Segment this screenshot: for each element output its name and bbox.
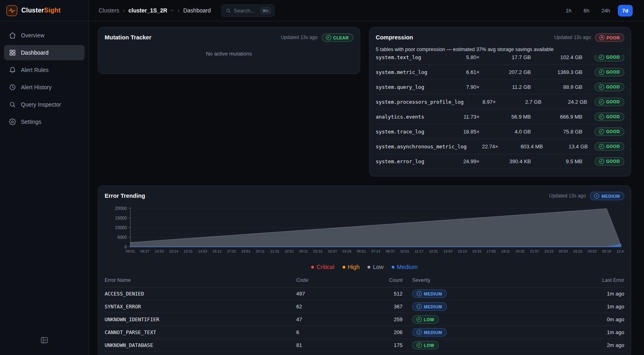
sidebar-item-settings[interactable]: Settings bbox=[4, 114, 85, 129]
error-trend-chart: 0500010000150002000008:0109:2710:5312:14… bbox=[105, 205, 624, 259]
mutation-badge-slot: ✓CLEAR bbox=[322, 33, 353, 42]
uncompressed-size-cell: 666.9 MB bbox=[531, 114, 582, 120]
table-row: analytics.events11.73×56.9 MB666.9 MB✓GO… bbox=[376, 109, 625, 124]
check-circle-icon: ✓ bbox=[599, 159, 604, 164]
table-row: SYNTAX_ERROR62367iMEDIUM1m ago bbox=[105, 300, 624, 313]
table-row: system.trace_log18.85×4.0 GB75.8 GB✓GOOD bbox=[376, 124, 625, 139]
uncompressed-size-cell: 75.8 GB bbox=[531, 129, 582, 135]
breadcrumb-separator: › bbox=[123, 7, 125, 14]
severity-cell: iMEDIUM bbox=[402, 289, 501, 298]
error-trending-card: Error Trending Updated 13s ago iMEDIUM 0… bbox=[98, 185, 631, 355]
legend-dot-icon bbox=[311, 266, 314, 269]
svg-text:18:51: 18:51 bbox=[242, 249, 251, 253]
svg-text:16:13: 16:13 bbox=[213, 249, 222, 253]
grid-icon bbox=[9, 49, 16, 56]
sidebar: ClusterSight OverviewDashboardAlert Rule… bbox=[0, 0, 89, 355]
uncompressed-size-cell: 88.9 GB bbox=[531, 84, 582, 90]
breadcrumb-clusters[interactable]: Clusters bbox=[99, 7, 119, 14]
error-count-cell: 206 bbox=[377, 329, 402, 335]
status-badge-good: ✓GOOD bbox=[594, 157, 624, 166]
error-table-body: ACCESS_DENIED497512iMEDIUM1m agoSYNTAX_E… bbox=[105, 287, 624, 352]
svg-text:08:01: 08:01 bbox=[126, 249, 135, 253]
status-badge-medium: iMEDIUM bbox=[590, 192, 624, 200]
breadcrumb-separator: › bbox=[178, 7, 180, 14]
column-header: Error Name bbox=[105, 277, 296, 283]
legend-dot-icon bbox=[367, 266, 370, 269]
check-circle-icon: ✓ bbox=[599, 129, 604, 134]
clock-icon bbox=[9, 84, 16, 91]
trend-badge-slot: iMEDIUM bbox=[590, 191, 624, 200]
ratio-cell: 8.97× bbox=[464, 99, 496, 105]
compression-table-viewport[interactable]: system.text_log5.80×17.7 GB102.4 GB✓GOOD… bbox=[376, 55, 625, 170]
table-row: UNKNOWN_DATABASE81175✓LOW2m ago bbox=[105, 339, 624, 352]
table-row: CANNOT_PARSE_TEXT6206iMEDIUM1m ago bbox=[105, 326, 624, 339]
time-range-7d-button[interactable]: 7d bbox=[618, 5, 633, 16]
check-circle-icon: ✓ bbox=[417, 317, 422, 322]
svg-text:11:44: 11:44 bbox=[617, 249, 624, 253]
svg-text:12:31: 12:31 bbox=[429, 249, 438, 253]
severity-cell: iMEDIUM bbox=[402, 328, 501, 337]
legend-item-low: Low bbox=[367, 264, 384, 270]
time-range-6h-button[interactable]: 6h bbox=[579, 5, 594, 16]
compressed-size-cell: 390.4 KB bbox=[479, 158, 531, 164]
column-header: Count bbox=[377, 277, 402, 283]
status-badge-medium: iMEDIUM bbox=[412, 302, 447, 311]
status-badge-good: ✓GOOD bbox=[594, 127, 624, 136]
main-area: Clusters › cluster_1S_2R › Dashboard Sea… bbox=[89, 0, 644, 355]
sidebar-item-label: Settings bbox=[21, 119, 41, 125]
sidebar-item-dashboard[interactable]: Dashboard bbox=[4, 45, 85, 60]
legend-item-critical: Critical bbox=[311, 264, 334, 270]
svg-text:23:23: 23:23 bbox=[544, 249, 553, 253]
check-circle-icon: ✓ bbox=[599, 70, 604, 75]
error-count-cell: 367 bbox=[377, 304, 402, 310]
sidebar-item-overview[interactable]: Overview bbox=[4, 28, 85, 43]
compressed-size-cell: 4.0 GB bbox=[479, 129, 531, 135]
compressed-size-cell: 56.9 MB bbox=[479, 114, 531, 120]
check-circle-icon: ✓ bbox=[599, 114, 604, 119]
check-circle-icon: ✓ bbox=[599, 99, 604, 105]
uncompressed-size-cell: 1369.3 GB bbox=[531, 69, 582, 75]
table-row: system.metric_log6.61×207.2 GB1369.3 GB✓… bbox=[376, 65, 625, 80]
dashboard-content: Mutation Tracker Updated 13s ago ✓CLEAR … bbox=[89, 21, 644, 355]
svg-text:12:14: 12:14 bbox=[169, 249, 178, 253]
svg-text:01:31: 01:31 bbox=[314, 249, 323, 253]
ratio-cell: 5.80× bbox=[443, 55, 479, 60]
error-code-cell: 62 bbox=[296, 304, 377, 310]
mutation-tracker-header: Mutation Tracker Updated 13s ago ✓CLEAR bbox=[105, 33, 353, 42]
collapse-sidebar-button[interactable] bbox=[39, 334, 50, 347]
table-name-cell: system.query_log bbox=[376, 84, 444, 90]
error-table: Error NameCodeCountSeverityLast Error AC… bbox=[105, 277, 624, 352]
svg-text:21:31: 21:31 bbox=[270, 249, 279, 253]
sidebar-item-query-inspector[interactable]: Query Inspector bbox=[4, 97, 85, 112]
svg-text:14:53: 14:53 bbox=[198, 249, 207, 253]
svg-text:21:57: 21:57 bbox=[530, 249, 539, 253]
search-input[interactable]: Search... ⌘K bbox=[221, 4, 275, 17]
time-range-1h-button[interactable]: 1h bbox=[561, 5, 576, 16]
sidebar-footer bbox=[0, 334, 89, 355]
error-trend-area-chart: 0500010000150002000008:0109:2710:5312:14… bbox=[105, 205, 624, 257]
breadcrumb-cluster-selector[interactable]: cluster_1S_2R bbox=[128, 7, 174, 14]
check-circle-icon: ✓ bbox=[417, 343, 422, 348]
compression-header: Compression Updated 13s ago ✕POOR bbox=[376, 33, 625, 42]
sidebar-item-alert-history[interactable]: Alert History bbox=[4, 80, 85, 95]
collapse-panel-icon bbox=[40, 339, 48, 345]
error-name-cell: ACCESS_DENIED bbox=[105, 291, 296, 297]
error-name-cell: SYNTAX_ERROR bbox=[105, 304, 296, 310]
x-circle-icon: ✕ bbox=[599, 35, 605, 40]
svg-text:22:51: 22:51 bbox=[285, 249, 294, 253]
time-range-24h-button[interactable]: 24h bbox=[597, 5, 615, 16]
error-code-cell: 81 bbox=[296, 342, 377, 348]
compression-badge-slot: ✕POOR bbox=[595, 33, 624, 42]
sidebar-item-label: Alert History bbox=[21, 84, 52, 90]
status-badge-good: ✓GOOD bbox=[594, 83, 624, 91]
svg-text:16:33: 16:33 bbox=[472, 249, 481, 253]
status-badge-poor: ✕POOR bbox=[595, 33, 624, 42]
compressed-size-cell: 17.7 GB bbox=[479, 55, 531, 60]
svg-text:07:13: 07:13 bbox=[371, 249, 380, 253]
svg-text:15:13: 15:13 bbox=[458, 249, 467, 253]
updated-timestamp: Updated 13s ago bbox=[554, 35, 591, 40]
status-badge-clear: ✓CLEAR bbox=[322, 33, 353, 42]
sidebar-item-alert-rules[interactable]: Alert Rules bbox=[4, 62, 85, 78]
brand[interactable]: ClusterSight bbox=[0, 0, 89, 21]
last-error-cell: 1m ago bbox=[501, 329, 624, 335]
